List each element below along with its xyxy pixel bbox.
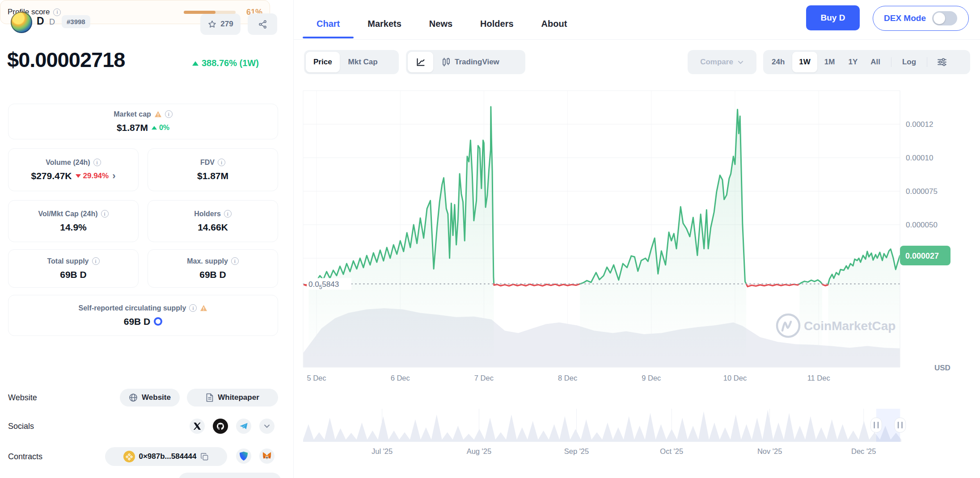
divider [927, 57, 927, 67]
line-chart-icon [416, 57, 426, 67]
log-scale-button[interactable]: Log [896, 52, 922, 72]
fdv-card[interactable]: FDVi $1.87M [148, 148, 278, 191]
range-1w[interactable]: 1W [792, 52, 817, 72]
metamask-button[interactable] [259, 449, 275, 464]
range-1y[interactable]: 1Y [842, 52, 864, 72]
tab-holders[interactable]: Holders [466, 10, 527, 38]
navigator-month-label: Sep '25 [564, 447, 589, 455]
volume-label: Volume (24h) [46, 159, 90, 167]
info-icon[interactable]: i [101, 210, 109, 218]
range-1m[interactable]: 1M [818, 52, 841, 72]
buy-button[interactable]: Buy D [806, 5, 860, 30]
navigator-month-label: Aug '25 [467, 447, 491, 455]
telegram-plane-icon [239, 422, 248, 431]
whitepaper-button[interactable]: Whitepaper [187, 389, 278, 407]
whitepaper-doc-icon [206, 393, 214, 402]
dex-mode-toggle[interactable] [932, 11, 957, 25]
x-axis-label: 10 Dec [723, 374, 747, 382]
token-page: D D #3998 279 $0.00002718 388.76% (1W) M… [0, 0, 980, 478]
range-selector: 24h 1W 1M 1Y All Log [763, 50, 970, 74]
market-cap-card[interactable]: Market cap i $1.87M 0% [8, 104, 278, 139]
vol-mkt-card[interactable]: Vol/Mkt Cap (24h)i 14.9% [8, 200, 139, 242]
x-logo-icon [193, 422, 201, 430]
dex-mode-label: DEX Mode [884, 13, 926, 23]
circ-supply-label: Self-reported circulating supply [79, 304, 186, 312]
info-icon[interactable]: i [224, 210, 232, 218]
segment-line-chart[interactable] [408, 52, 433, 72]
segment-mktcap[interactable]: Mkt Cap [341, 52, 385, 72]
volume-card[interactable]: Volume (24h)i $279.47K 29.94% › [8, 148, 139, 191]
info-icon[interactable]: i [218, 159, 225, 166]
next-row-cutoff-pill[interactable] [178, 473, 281, 478]
telegram-social-button[interactable] [236, 419, 251, 434]
info-icon[interactable]: i [189, 304, 197, 312]
metamask-fox-icon [262, 452, 272, 461]
share-button[interactable] [248, 13, 277, 35]
info-icon[interactable]: i [92, 257, 100, 265]
candlestick-icon [442, 57, 451, 67]
website-button[interactable]: Website [120, 389, 180, 407]
segment-tradingview[interactable]: TradingView [434, 52, 507, 72]
info-icon[interactable]: i [165, 110, 173, 118]
info-icon[interactable]: i [53, 8, 61, 16]
github-social-button[interactable] [213, 419, 228, 434]
range-24h[interactable]: 24h [765, 52, 791, 72]
socials-row-label: Socials [8, 422, 34, 431]
trust-shield-icon [239, 451, 248, 461]
currency-unit-label[interactable]: USD [934, 364, 950, 372]
navigator-month-label: Jul '25 [372, 447, 393, 455]
token-sidebar: D D #3998 279 $0.00002718 388.76% (1W) M… [0, 0, 294, 478]
share-icon [258, 20, 267, 29]
range-all[interactable]: All [865, 52, 886, 72]
navigator-handle-right[interactable] [895, 418, 906, 432]
info-icon[interactable]: i [231, 257, 239, 265]
y-axis-label: 0.000050 [906, 221, 938, 229]
trust-wallet-button[interactable] [236, 449, 251, 464]
supply-progress-ring-icon [154, 317, 162, 326]
tab-news[interactable]: News [415, 10, 466, 38]
github-octocat-icon [216, 422, 225, 431]
current-price-label: 0.000027 [905, 252, 939, 260]
copy-icon[interactable] [200, 453, 209, 461]
y-axis-label: 0.00010 [906, 154, 933, 162]
navigator-handle-left[interactable] [870, 418, 882, 432]
info-icon[interactable]: i [93, 159, 101, 166]
chevron-right-icon[interactable]: › [112, 171, 115, 181]
warning-icon [154, 111, 162, 117]
navigator-volume-area[interactable] [303, 410, 901, 442]
chart-settings-button[interactable] [932, 52, 952, 72]
price-change: 388.76% (1W) [192, 58, 259, 68]
token-logo [11, 12, 32, 33]
navigator-month-label: Nov '25 [757, 447, 782, 455]
max-supply-card[interactable]: Max. supplyi 69B D [148, 249, 278, 288]
x-axis-label: 6 Dec [391, 374, 410, 382]
profile-score-bar [184, 11, 236, 14]
contract-address-pill[interactable]: 0×987b...584444 [105, 447, 227, 466]
price-area-fill [308, 107, 494, 367]
x-social-button[interactable] [190, 419, 205, 434]
holders-card[interactable]: Holdersi 14.66K [148, 200, 278, 242]
total-supply-card[interactable]: Total supplyi 69B D [8, 249, 139, 288]
dex-mode-pill[interactable]: DEX Mode [873, 6, 969, 31]
fdv-label: FDV [200, 159, 215, 167]
chevron-down-icon [263, 423, 270, 430]
segment-price[interactable]: Price [306, 52, 340, 72]
change-up-icon [152, 126, 157, 130]
max-supply-value: 69B D [199, 269, 226, 280]
vol-mkt-label: Vol/Mkt Cap (24h) [38, 210, 97, 218]
token-symbol: D [49, 17, 55, 27]
socials-expand-button[interactable] [259, 419, 275, 434]
watchlist-button[interactable]: 279 [200, 13, 241, 35]
tab-chart[interactable]: Chart [303, 10, 354, 38]
circulating-supply-card[interactable]: Self-reported circulating supply i 69B D [8, 295, 278, 336]
price-chart[interactable]: 0.0558430.000120.000100.0000750.0000500.… [295, 76, 980, 478]
tab-markets[interactable]: Markets [354, 10, 415, 38]
warning-icon [200, 305, 207, 311]
bnb-chain-icon [123, 451, 135, 462]
watchlist-count: 279 [220, 20, 233, 29]
compare-button[interactable]: Compare [688, 50, 756, 74]
change-down-icon [76, 174, 81, 178]
x-axis-label: 5 Dec [307, 374, 326, 382]
x-axis-label: 8 Dec [558, 374, 577, 382]
tab-about[interactable]: About [528, 10, 581, 38]
